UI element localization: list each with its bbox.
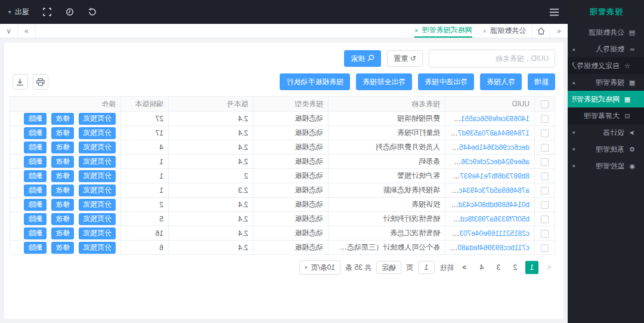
uuid-link[interactable]: b0144689bdb804c43d59d85871a... (445, 201, 530, 209)
header-name: 报表名称 (329, 97, 445, 112)
sidebar-item-网格式报表管理[interactable]: ▦网格式报表管理 (568, 91, 644, 107)
download-button[interactable] (13, 74, 28, 90)
row-checkbox[interactable] (541, 144, 549, 152)
row-checkbox[interactable] (541, 230, 549, 238)
sidebar-item-数据导入[interactable]: ∞数据导入▴ (568, 41, 644, 57)
row-action-删除[interactable]: 删除 (24, 213, 47, 225)
logout-button[interactable]: 退出 ▾ (8, 7, 29, 17)
uuid-link[interactable]: c711bcc893964feda80ab52e0... (445, 244, 530, 252)
row-action-分页预览[interactable]: 分页预览 (79, 170, 116, 182)
next-page-icon[interactable]: > (459, 261, 470, 274)
uuid-link[interactable]: dec6cc96d3641be44569ae18... (445, 143, 530, 152)
row-action-分页预览[interactable]: 分页预览 (79, 113, 116, 125)
uuid-link[interactable]: a784669a5d73c4934c0bd5d11... (445, 186, 530, 195)
row-action-删除[interactable]: 删除 (24, 113, 47, 125)
row-action-删除[interactable]: 删除 (24, 184, 47, 196)
search-input[interactable] (429, 50, 555, 67)
toolbar-button-报表模板手动执行[interactable]: 报表模板手动执行 (280, 73, 350, 90)
tabs-scroll-right-icon[interactable]: » (18, 24, 36, 38)
row-checkbox[interactable] (541, 158, 549, 166)
row-action-修改[interactable]: 修改 (51, 156, 74, 168)
row-action-修改[interactable]: 修改 (51, 242, 74, 254)
row-action-分页预览[interactable]: 分页预览 (79, 227, 116, 239)
tabs-scroll-left-icon[interactable]: « (550, 24, 568, 38)
row-action-分页预览[interactable]: 分页预览 (79, 156, 116, 168)
row-action-分页预览[interactable]: 分页预览 (79, 184, 116, 196)
row-checkbox[interactable] (541, 130, 549, 137)
menu-collapse-icon[interactable] (550, 7, 559, 17)
toolbar-button-导出全部报表[interactable]: 导出全部报表 (356, 73, 412, 90)
prev-page-icon[interactable]: < (543, 261, 555, 274)
page-size-select[interactable]: 10条/页 ▾ (299, 260, 340, 275)
row-action-修改[interactable]: 修改 (51, 170, 74, 182)
goto-page-input[interactable] (418, 261, 435, 274)
row-action-分页预览[interactable]: 分页预览 (79, 242, 116, 254)
lock-icon[interactable] (65, 7, 75, 17)
page-number-3[interactable]: 3 (492, 261, 505, 274)
row-action-修改[interactable]: 修改 (51, 141, 74, 153)
row-action-删除[interactable]: 删除 (24, 141, 47, 153)
report-name: 条形码 (329, 155, 445, 169)
uuid-link[interactable]: 8b9873d6fb7e14e93794ee7fc1... (445, 172, 530, 180)
home-icon[interactable] (532, 24, 550, 38)
tab-公共数据源[interactable]: 公共数据源× (483, 24, 526, 38)
row-action-修改[interactable]: 修改 (51, 184, 74, 196)
refresh-icon[interactable] (88, 7, 97, 17)
fullscreen-icon[interactable] (42, 7, 52, 17)
row-action-修改[interactable]: 修改 (51, 127, 74, 139)
row-checkbox[interactable] (541, 244, 549, 252)
row-action-删除[interactable]: 删除 (24, 156, 47, 168)
row-actions: 分页预览修改删除 (10, 155, 121, 169)
sidebar-item-大屏幕管理[interactable]: ⊡大屏幕管理 (568, 107, 644, 124)
row-actions: 分页预览修改删除 (10, 140, 121, 155)
search-button[interactable]: 搜索 (344, 50, 381, 67)
close-icon[interactable]: × (483, 27, 487, 35)
sidebar-item-系统管理[interactable]: ⚙系统管理▾ (568, 141, 644, 158)
row-action-删除[interactable]: 删除 (24, 227, 47, 239)
uuid-link[interactable]: 140693cefe956ca5516d6b666e2... (445, 115, 530, 123)
row-checkbox[interactable] (541, 173, 549, 180)
row-action-分页预览[interactable]: 分页预览 (79, 141, 116, 153)
sidebar-item-监控管理[interactable]: ◉监控管理▾ (568, 158, 644, 174)
print-button[interactable] (33, 74, 48, 90)
row-checkbox[interactable] (541, 187, 549, 195)
database-icon: ▤ (627, 29, 637, 36)
row-checkbox[interactable] (541, 216, 549, 223)
close-icon[interactable]: × (414, 27, 418, 34)
reset-button[interactable]: ↻ 重置 (387, 50, 423, 67)
total-count-label: 共 35 条 (345, 263, 371, 273)
page-number-1[interactable]: 1 (525, 261, 538, 274)
row-action-分页预览[interactable]: 分页预览 (79, 213, 116, 225)
toolbar-button-导入报表[interactable]: 导入报表 (480, 73, 522, 90)
row-checkbox[interactable] (541, 115, 549, 123)
toolbar-button-导出选中报表[interactable]: 导出选中报表 (418, 73, 474, 90)
tab-网格式报表管理[interactable]: 网格式报表管理× (414, 24, 472, 38)
sidebar-item-设计器[interactable]: ➤设计器▾ (568, 124, 644, 141)
sidebar-item-报表管理[interactable]: ▦报表管理▴ (568, 74, 644, 91)
uuid-link[interactable]: a6ee924dec2cfe9c36315c902... (445, 158, 530, 166)
row-action-分页预览[interactable]: 分页预览 (79, 199, 116, 211)
row-action-分页预览[interactable]: 分页预览 (79, 127, 116, 139)
report-type: 动态模板 (253, 155, 329, 169)
tabs-menu-icon[interactable]: ∨ (0, 24, 18, 38)
page-number-4[interactable]: 4 (475, 261, 488, 274)
row-action-修改[interactable]: 修改 (51, 213, 74, 225)
row-action-修改[interactable]: 修改 (51, 113, 74, 125)
row-action-删除[interactable]: 删除 (24, 127, 47, 139)
row-action-删除[interactable]: 删除 (24, 242, 47, 254)
row-action-删除[interactable]: 删除 (24, 199, 47, 211)
row-action-修改[interactable]: 修改 (51, 227, 74, 239)
goto-confirm-button[interactable]: 确定 (376, 261, 401, 274)
row-checkbox[interactable] (541, 201, 549, 209)
page-number-2[interactable]: 2 (509, 261, 522, 274)
uuid-link[interactable]: c2815211169e04e703483b7915... (445, 229, 530, 238)
tabs-bar: « 公共数据源×网格式报表管理× » ∨ (0, 24, 568, 38)
row-action-修改[interactable]: 修改 (51, 199, 74, 211)
select-all-checkbox[interactable] (541, 100, 549, 108)
uuid-link[interactable]: b50f7f9336a7993f8cd553ccc22... (445, 215, 530, 223)
toolbar-button-新增[interactable]: 新增 (528, 73, 555, 90)
row-action-删除[interactable]: 删除 (24, 170, 47, 182)
sidebar-item-自定义数据导入[interactable]: ☆自定义数据导入 (568, 57, 644, 74)
uuid-link[interactable]: 17849844a870a539d7086c6d3... (445, 129, 530, 137)
sidebar-item-公共数据源[interactable]: ▤公共数据源 (568, 24, 644, 41)
